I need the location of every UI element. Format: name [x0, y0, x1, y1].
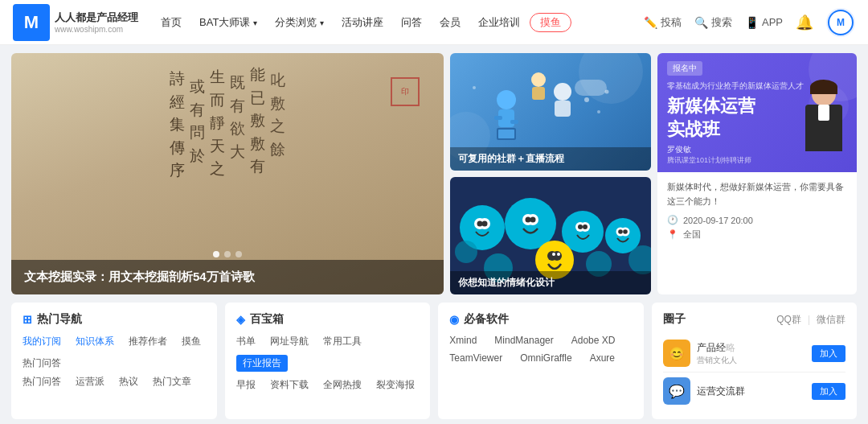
- svg-point-0: [579, 53, 643, 104]
- circle-name-2: 运营交流群: [697, 385, 745, 398]
- main-banner[interactable]: 詩 經 集 傳 序 或 有 問 於 生: [11, 53, 444, 294]
- logo-box: M: [13, 4, 50, 41]
- emoji-card-caption: 你想知道的情绪化设计: [458, 277, 555, 288]
- edit-icon: ✏️: [644, 16, 657, 29]
- post-action[interactable]: ✏️ 投稿: [644, 15, 682, 30]
- link-industry-report[interactable]: 行业报告: [236, 355, 288, 372]
- logo-area[interactable]: M 人人都是产品经理 www.woshipm.com: [13, 4, 138, 41]
- circle-avatar-1: 😊: [663, 340, 690, 367]
- site-domain: www.woshipm.com: [55, 25, 138, 34]
- link-download[interactable]: 资料下载: [270, 378, 309, 392]
- event-title: 新媒体运营实战班: [667, 95, 847, 141]
- circles-tab-wechat[interactable]: 微信群: [817, 313, 845, 327]
- link-xmind[interactable]: Xmind: [449, 335, 477, 346]
- event-card[interactable]: 报名中 零基础成为行业抢手的新媒体运营人才 新媒体运营实战班: [657, 53, 857, 294]
- treasure-icon: ◈: [236, 313, 245, 326]
- link-articles[interactable]: 热门文章: [153, 375, 191, 389]
- link-knowledge[interactable]: 知识体系: [76, 335, 114, 348]
- svg-rect-4: [494, 116, 502, 120]
- svg-point-14: [597, 110, 600, 113]
- svg-point-39: [547, 251, 557, 261]
- link-axure[interactable]: Axure: [590, 352, 615, 364]
- join-btn-2[interactable]: 加入: [812, 383, 845, 400]
- emoji-card[interactable]: 你想知道的情绪化设计: [450, 177, 651, 294]
- svg-rect-5: [510, 120, 518, 124]
- link-ops[interactable]: 热门问答: [23, 375, 61, 389]
- phone-icon: 📱: [745, 16, 759, 29]
- svg-point-8: [554, 83, 571, 101]
- svg-point-21: [477, 221, 483, 227]
- svg-point-36: [618, 229, 623, 234]
- treasure-title: ◈ 百宝箱: [236, 312, 420, 327]
- event-desc: 新媒体时代，想做好新媒体运营，你需要具备这三个能力！: [667, 180, 847, 208]
- link-tools[interactable]: 常用工具: [323, 335, 362, 348]
- avatar-letter: M: [837, 17, 845, 28]
- svg-rect-9: [555, 101, 571, 117]
- link-fishing[interactable]: 摸鱼: [182, 335, 201, 348]
- nav-item-events[interactable]: 活动讲座: [334, 12, 391, 33]
- link-omnigraffle[interactable]: OmniGraffle: [520, 352, 571, 364]
- hero-row: 詩 經 集 傳 序 或 有 問 於 生: [11, 53, 857, 294]
- event-badge: 报名中: [667, 61, 702, 76]
- circles-title: 圈子: [663, 312, 686, 327]
- join-btn-1[interactable]: 加入: [812, 345, 845, 362]
- header-actions: ✏️ 投稿 🔍 搜索 📱 APP 🔔 M: [644, 8, 855, 37]
- circles-tab-qq[interactable]: QQ群: [776, 313, 801, 327]
- svg-point-40: [557, 253, 560, 256]
- link-teamviewer[interactable]: TeamViewer: [449, 352, 502, 364]
- event-time-row: 🕐 2020-09-17 20:00: [667, 215, 847, 225]
- svg-point-20: [482, 221, 488, 227]
- search-action[interactable]: 🔍 搜索: [694, 15, 732, 30]
- svg-point-26: [526, 217, 531, 223]
- link-hot[interactable]: 热议: [119, 375, 138, 389]
- svg-point-31: [578, 224, 583, 229]
- nav-item-enterprise[interactable]: 企业培训: [470, 12, 528, 33]
- dot-2[interactable]: [224, 251, 231, 257]
- link-subscription[interactable]: 我的订阅: [23, 335, 61, 348]
- dot-1[interactable]: [213, 251, 219, 257]
- bell-action[interactable]: 🔔: [796, 14, 813, 31]
- link-trending[interactable]: 运营派: [76, 375, 104, 389]
- svg-point-15: [605, 90, 609, 94]
- svg-point-16: [473, 86, 476, 89]
- avatar[interactable]: M: [826, 8, 855, 37]
- svg-point-44: [455, 241, 477, 263]
- circles-header: 圈子 QQ群 | 微信群: [663, 312, 845, 327]
- search-icon: 🔍: [694, 16, 708, 29]
- circle-item-ops: 💬 运营交流群 加入: [663, 373, 845, 410]
- nav-item-browse[interactable]: 分类浏览 ▾: [267, 12, 332, 33]
- nav-item-fishing[interactable]: 摸鱼: [530, 13, 571, 32]
- hot-nav-icon: ⊞: [23, 313, 32, 326]
- banner-caption: 文本挖掘实录：用文本挖掘剖析54万首诗歌: [24, 270, 431, 285]
- treasure-widget: ◈ 百宝箱 书单 网址导航 常用工具 行业报告 早报 资料下载 全网热搜 裂变海…: [225, 303, 431, 419]
- nav-item-qa[interactable]: 问答: [393, 12, 430, 33]
- link-poster[interactable]: 裂变海报: [376, 378, 415, 392]
- software-widget: ◉ 必备软件 Xmind MindManager Adobe XD TeamVi…: [438, 303, 644, 419]
- link-qa[interactable]: 热门问答: [23, 356, 206, 370]
- link-adobexd[interactable]: Adobe XD: [571, 335, 616, 346]
- hot-nav-title: ⊞ 热门导航: [23, 312, 206, 327]
- link-webdir[interactable]: 网址导航: [270, 335, 309, 348]
- link-netsearch[interactable]: 全网热搜: [323, 378, 362, 392]
- link-morning[interactable]: 早报: [236, 378, 256, 392]
- event-location-row: 📍 全国: [667, 228, 847, 241]
- svg-point-35: [623, 229, 628, 234]
- link-books[interactable]: 书单: [236, 335, 256, 348]
- svg-point-13: [584, 97, 589, 102]
- link-mindmanager[interactable]: MindManager: [494, 335, 553, 346]
- social-card-caption: 可复用的社群＋直播流程: [458, 153, 564, 164]
- nav-item-member[interactable]: 会员: [432, 12, 469, 33]
- svg-rect-12: [532, 87, 545, 100]
- nav-item-bat[interactable]: BAT大师课 ▾: [191, 12, 265, 33]
- app-action[interactable]: 📱 APP: [745, 16, 783, 29]
- nav-item-home[interactable]: 首页: [153, 12, 190, 33]
- software-title: ◉ 必备软件: [449, 312, 633, 327]
- logo-text: 人人都是产品经理 www.woshipm.com: [55, 10, 138, 34]
- header: M 人人都是产品经理 www.woshipm.com 首页 BAT大师课 ▾ 分…: [0, 0, 868, 45]
- social-card[interactable]: 可复用的社群＋直播流程: [450, 53, 651, 171]
- logo-letter: M: [24, 12, 39, 33]
- dot-3[interactable]: [235, 251, 242, 257]
- link-authors[interactable]: 推荐作者: [129, 335, 167, 348]
- svg-point-11: [531, 72, 546, 87]
- svg-point-25: [530, 217, 536, 223]
